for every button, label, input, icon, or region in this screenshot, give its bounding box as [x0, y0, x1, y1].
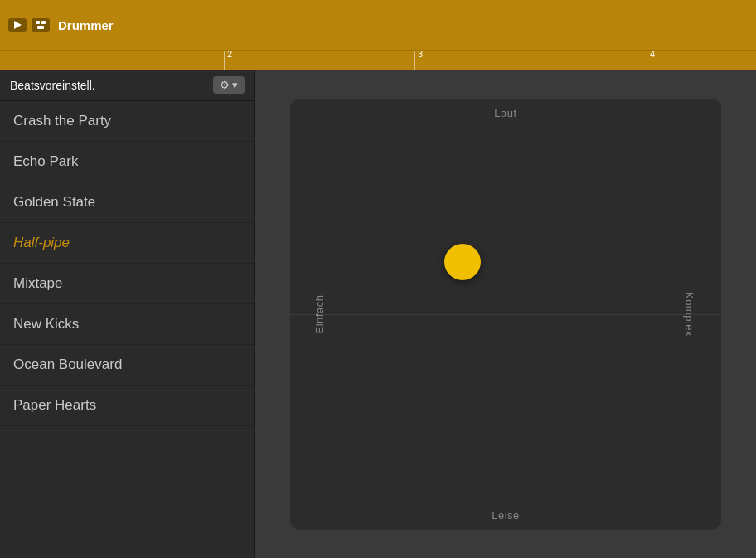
svg-rect-3	[37, 26, 44, 29]
preset-item-half-pipe[interactable]: Half-pipe	[0, 223, 254, 264]
right-panel: Laut Leise Einfach Komplex	[255, 70, 756, 558]
main-layout: Beatsvoreinstell. ⚙ ▾ Crash the PartyEch…	[0, 70, 756, 558]
xy-label-top: Laut	[494, 107, 516, 119]
panel-header: Beatsvoreinstell. ⚙ ▾	[0, 70, 254, 101]
top-bar-icons	[8, 18, 50, 32]
ruler: 2 3 4	[0, 50, 756, 70]
svg-marker-0	[14, 21, 22, 29]
top-bar: Drummer	[0, 0, 756, 50]
preset-item-echo-park[interactable]: Echo Park	[0, 142, 254, 182]
preset-list: Crash the PartyEcho ParkGolden StateHalf…	[0, 101, 254, 558]
panel-title: Beatsvoreinstell.	[10, 79, 95, 92]
ruler-mark-2: 2	[224, 51, 232, 70]
preset-item-golden-state[interactable]: Golden State	[0, 182, 254, 223]
preset-item-crash-the-party[interactable]: Crash the Party	[0, 101, 254, 142]
drummer-icon[interactable]	[32, 18, 50, 32]
preset-item-new-kicks[interactable]: New Kicks	[0, 304, 254, 345]
gear-icon: ⚙	[220, 79, 230, 91]
xy-label-right: Komplex	[682, 291, 695, 336]
svg-rect-1	[36, 21, 40, 24]
preset-item-paper-hearts[interactable]: Paper Hearts	[0, 386, 254, 426]
xy-pad[interactable]: Laut Leise Einfach Komplex	[290, 99, 721, 530]
chevron-down-icon: ▾	[232, 79, 238, 91]
xy-pad-container: Laut Leise Einfach Komplex	[290, 99, 721, 530]
svg-rect-2	[41, 21, 46, 24]
preset-item-ocean-boulevard[interactable]: Ocean Boulevard	[0, 345, 254, 386]
xy-label-bottom: Leise	[492, 509, 520, 522]
xy-label-left: Einfach	[313, 294, 326, 333]
xy-dot[interactable]	[444, 244, 481, 280]
ruler-mark-3: 3	[414, 51, 423, 70]
gear-settings-button[interactable]: ⚙ ▾	[213, 76, 245, 94]
top-bar-title: Drummer	[58, 18, 114, 32]
panel-controls: ⚙ ▾	[213, 76, 245, 94]
left-panel: Beatsvoreinstell. ⚙ ▾ Crash the PartyEch…	[0, 70, 255, 558]
preset-item-mixtape[interactable]: Mixtape	[0, 264, 254, 304]
transport-play-icon[interactable]	[8, 18, 27, 32]
ruler-mark-4: 4	[647, 51, 655, 70]
